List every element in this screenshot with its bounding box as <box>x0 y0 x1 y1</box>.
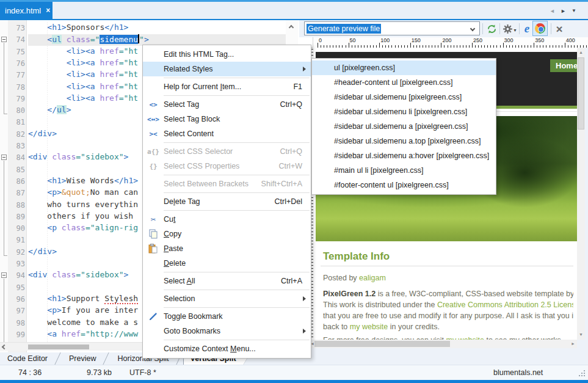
document-tabbar: index.html × ◄ ► ▼ <box>0 2 588 19</box>
tab-title: index.html <box>5 6 41 15</box>
page-nav-home-link[interactable]: Home <box>550 59 577 72</box>
menu-item-toggle-bookmark[interactable]: Toggle Bookmark <box>143 309 311 324</box>
style-item--main-ul-li-pixelgreencss-[interactable]: #main ul li [pixelgreen.css] <box>312 163 496 178</box>
menu-item-label: Help for Current Item... <box>164 82 293 91</box>
fold-toggle-icon[interactable] <box>1 272 7 278</box>
code-line[interactable]: others if you wish <box>28 211 133 223</box>
menu-item-delete[interactable]: Delete <box>143 256 311 271</box>
editor-scroll-up-icon[interactable] <box>289 25 294 30</box>
menu-item-select-tag[interactable]: <>Select TagCtrl+Q <box>143 97 311 112</box>
code-line[interactable]: <p>&quot;No man can <box>28 188 138 199</box>
menu-item-select-css-properties[interactable]: {}Select CSS PropertiesCtrl+W <box>143 159 311 173</box>
line-number: 96 <box>8 294 25 305</box>
menu-item-label: Select Content <box>164 129 311 138</box>
preview-hscroll-thumb[interactable] <box>314 341 450 347</box>
preview-in-chrome-button[interactable] <box>532 21 548 36</box>
preview-horizontal-scrollbar[interactable]: ◄ ► <box>308 340 577 348</box>
style-item--sidebar-ulsidemenu-a-pixelgreencss-[interactable]: #sidebar ul.sidemenu a [pixelgreen.css] <box>312 119 496 134</box>
tab-close-icon[interactable]: × <box>46 6 50 15</box>
close-preview-button[interactable]: × <box>553 22 566 35</box>
editor-hscroll-thumb[interactable] <box>28 345 89 349</box>
menu-item-label: Toggle Bookmark <box>164 312 311 321</box>
fold-toggle-icon[interactable] <box>1 155 7 160</box>
menu-item-select-between-brackets[interactable]: Select Between BracketsShift+Ctrl+A <box>143 177 311 191</box>
menu-item-select-all[interactable]: Select AllCtrl+A <box>143 274 311 288</box>
preview-scroll-right-icon[interactable]: ► <box>571 341 575 346</box>
menu-item-goto-bookmarks[interactable]: Goto Bookmarks <box>143 324 311 338</box>
line-number: 78 <box>8 82 25 93</box>
menu-item-cut[interactable]: ✂Cut <box>143 212 311 227</box>
code-line[interactable]: welcome to make a s <box>28 318 138 329</box>
code-line[interactable]: <li><a href="ht <box>28 82 138 93</box>
preview-scroll-down-icon[interactable]: ▼ <box>579 332 583 337</box>
preview-vscroll-thumb[interactable] <box>578 57 584 129</box>
code-line[interactable]: </div> <box>28 129 57 140</box>
resize-grip[interactable] <box>579 370 585 376</box>
code-line[interactable]: <h1>Sponsors</h1> <box>28 23 128 34</box>
code-line[interactable]: <li><a href="ht <box>28 70 138 81</box>
code-line[interactable]: <div class="sidebox"> <box>28 152 128 164</box>
style-item--footer-content-ul-pixelgreencss-[interactable]: #footer-content ul [pixelgreen.css] <box>312 178 496 192</box>
cut-icon: ✂ <box>143 214 164 224</box>
menu-item-paste[interactable]: Paste <box>143 241 311 256</box>
code-line[interactable]: <li><a href="ht <box>28 58 138 70</box>
menu-item-delete-tag[interactable]: Delete TagCtrl+Del <box>143 194 311 209</box>
tab-scroll-right-icon[interactable]: ► <box>561 8 566 14</box>
style-item--sidebar-ulsidemenu-atop-pixelgreencss-[interactable]: #sidebar ul.sidemenu a.top [pixelgreen.c… <box>312 134 496 148</box>
refresh-preview-button[interactable] <box>485 22 498 35</box>
menu-item-select-tag-block[interactable]: <↔>Select Tag Block <box>143 112 311 126</box>
preview-scroll-up-icon[interactable]: ▲ <box>579 50 583 54</box>
settings-dropdown-icon[interactable]: ▼ <box>513 28 517 32</box>
line-number: 86 <box>8 176 25 188</box>
preview-vertical-scrollbar[interactable]: ▲ ▼ <box>577 48 585 340</box>
code-line[interactable]: <p>If you are inter <box>28 305 138 317</box>
preview-file-combobox[interactable]: Generate preview file <box>304 21 480 35</box>
style-item--header-content-ul-pixelgreencss-[interactable]: #header-content ul [pixelgreen.css] <box>312 75 496 90</box>
page-link[interactable]: Creative Commons Attribution 2.5 License <box>437 301 573 309</box>
style-item-ul-pixelgreencss-[interactable]: ul [pixelgreen.css] <box>312 60 496 75</box>
code-line[interactable]: <p class="align-rig <box>28 223 138 235</box>
toolbar-separator <box>519 23 520 34</box>
menu-item-label: Delete <box>164 259 311 268</box>
tab-index-html[interactable]: index.html × <box>0 2 53 19</box>
description-line: back to my website in your credits. <box>323 323 573 331</box>
preview-in-ie-button[interactable]: e <box>520 22 534 35</box>
code-line[interactable]: </ul> <box>28 105 71 117</box>
code-line[interactable]: <div class="sidebox"> <box>28 270 128 282</box>
menu-item-copy[interactable]: Copy <box>143 227 311 241</box>
refresh-icon <box>487 24 497 34</box>
code-line[interactable]: <ul class="sidemenu"> <box>28 34 149 46</box>
code-line[interactable]: </div> <box>28 247 57 258</box>
style-item--sidebar-ulsidemenu-li-pixelgreencss-[interactable]: #sidebar ul.sidemenu li [pixelgreen.css] <box>312 104 496 119</box>
code-line[interactable]: <h1>Wise Words</h1> <box>28 176 138 188</box>
fold-toggle-icon[interactable] <box>1 37 7 42</box>
editor-scroll-left-icon[interactable] <box>2 345 7 349</box>
menu-item-select-content[interactable]: ><Select Content <box>143 126 311 141</box>
encoding: UTF-8 * <box>129 368 156 377</box>
menu-separator <box>164 142 310 143</box>
code-line[interactable]: <li><a href="ht <box>28 46 138 58</box>
style-item--sidebar-ulsidemenu-a-hover-pixelgreencss-[interactable]: #sidebar ul.sidemenu a:hover [pixelgreen… <box>312 148 496 163</box>
tab-list-icon[interactable]: ▼ <box>572 8 576 13</box>
page-link[interactable]: ealigam <box>359 274 386 282</box>
preview-settings-button[interactable] <box>501 22 514 35</box>
view-tab-code-editor[interactable]: Code Editor <box>0 352 54 365</box>
tab-divider <box>54 352 60 365</box>
view-tab-preview[interactable]: Preview <box>62 352 102 365</box>
code-line[interactable]: <li><a href="ht <box>28 93 138 105</box>
menu-item-selection[interactable]: Selection <box>143 291 311 306</box>
style-item--sidebar-ulsidemenu-pixelgreencss-[interactable]: #sidebar ul.sidemenu [pixelgreen.css] <box>312 90 496 104</box>
menu-item-customize-context-menu[interactable]: Customize Context Menu... <box>143 341 311 356</box>
menu-item-help-for-current-item[interactable]: Help for Current Item...F1 <box>143 79 311 94</box>
code-line[interactable]: who turns everythin <box>28 200 138 211</box>
combobox-dropdown-icon[interactable] <box>470 26 475 31</box>
brand-link[interactable]: blumentals.net <box>493 368 543 377</box>
code-line[interactable]: <h1>Support Stylesh <box>28 294 138 305</box>
menu-item-shortcut: Ctrl+A <box>281 277 311 285</box>
menu-item-edit-this-html-tag[interactable]: Edit this HTML Tag... <box>143 47 311 62</box>
menu-item-select-css-selector[interactable]: a{}Select CSS SelectorCtrl+Q <box>143 144 311 159</box>
page-link[interactable]: my website <box>350 323 388 331</box>
code-line[interactable]: <a href="http://www <box>28 329 138 341</box>
menu-item-related-styles[interactable]: Related Styles <box>143 62 311 76</box>
tab-scroll-left-icon[interactable]: ◄ <box>550 8 555 14</box>
